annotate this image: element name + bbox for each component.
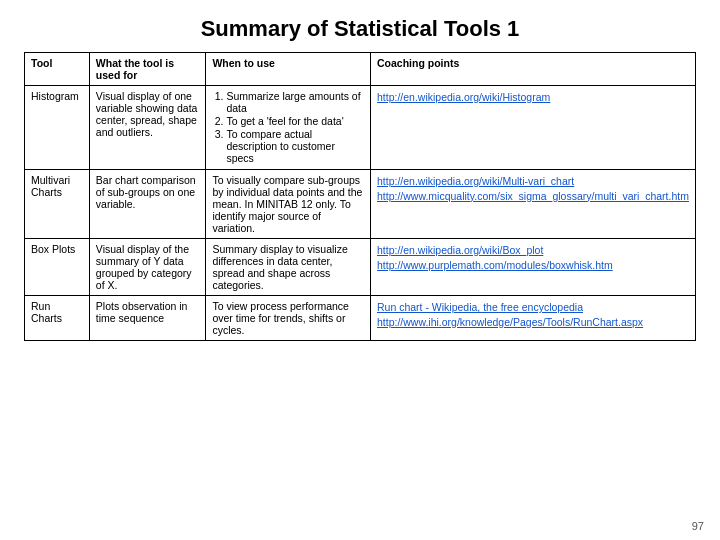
table-row: Box PlotsVisual display of the summary o… — [25, 239, 696, 296]
cell-tool: Multivari Charts — [25, 170, 90, 239]
cell-when: To view process performance over time fo… — [206, 296, 371, 341]
coaching-link[interactable]: http://www.micquality.com/six_sigma_glos… — [377, 189, 689, 204]
coaching-link[interactable]: http://www.purplemath.com/modules/boxwhi… — [377, 258, 689, 273]
col-header-tool: Tool — [25, 53, 90, 86]
cell-tool: Run Charts — [25, 296, 90, 341]
table-row: Run ChartsPlots observation in time sequ… — [25, 296, 696, 341]
summary-table: Tool What the tool is used for When to u… — [24, 52, 696, 341]
coaching-link[interactable]: Run chart - Wikipedia, the free encyclop… — [377, 300, 689, 315]
cell-when: Summarize large amounts of dataTo get a … — [206, 86, 371, 170]
cell-coaching: http://en.wikipedia.org/wiki/Histogram — [370, 86, 695, 170]
cell-when: To visually compare sub-groups by indivi… — [206, 170, 371, 239]
page-title: Summary of Statistical Tools 1 — [24, 16, 696, 42]
col-header-coaching: Coaching points — [370, 53, 695, 86]
coaching-link[interactable]: http://www.ihi.org/knowledge/Pages/Tools… — [377, 315, 689, 330]
cell-used-for: Plots observation in time sequence — [89, 296, 206, 341]
table-row: HistogramVisual display of one variable … — [25, 86, 696, 170]
cell-when: Summary display to visualize differences… — [206, 239, 371, 296]
col-header-used-for: What the tool is used for — [89, 53, 206, 86]
cell-used-for: Visual display of one variable showing d… — [89, 86, 206, 170]
cell-tool: Box Plots — [25, 239, 90, 296]
cell-used-for: Bar chart comparison of sub-groups on on… — [89, 170, 206, 239]
table-row: Multivari ChartsBar chart comparison of … — [25, 170, 696, 239]
cell-coaching: http://en.wikipedia.org/wiki/Multi-vari_… — [370, 170, 695, 239]
coaching-link[interactable]: http://en.wikipedia.org/wiki/Histogram — [377, 90, 689, 105]
cell-used-for: Visual display of the summary of Y data … — [89, 239, 206, 296]
col-header-when: When to use — [206, 53, 371, 86]
cell-tool: Histogram — [25, 86, 90, 170]
coaching-link[interactable]: http://en.wikipedia.org/wiki/Multi-vari_… — [377, 174, 689, 189]
page-number: 97 — [692, 520, 704, 532]
cell-coaching: http://en.wikipedia.org/wiki/Box_plothtt… — [370, 239, 695, 296]
cell-coaching: Run chart - Wikipedia, the free encyclop… — [370, 296, 695, 341]
coaching-link[interactable]: http://en.wikipedia.org/wiki/Box_plot — [377, 243, 689, 258]
